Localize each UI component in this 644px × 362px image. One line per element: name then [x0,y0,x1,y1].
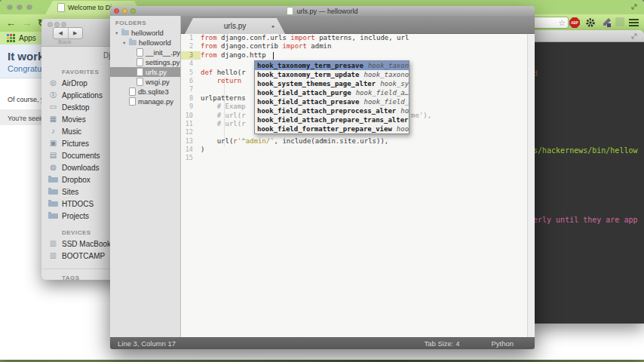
autocomplete-item[interactable]: hook_taxonomy_term_presave hook_taxon [255,61,409,70]
finder-item-label: BOOTCAMP [62,252,105,260]
autocomplete-main: hook_field_attach_presave [257,98,359,106]
file-tree-icon [136,68,143,76]
file-tree-item[interactable]: ▼ manage.py [110,97,180,106]
disclosure-triangle-icon[interactable]: ▼ [122,41,127,45]
apps-grid-icon[interactable] [7,34,15,42]
file-tree-item[interactable]: ▼ urls.py [110,67,180,77]
finder-item-label: Projects [62,212,89,220]
scrollbar-track[interactable] [527,34,535,337]
disclosure-triangle-icon[interactable]: ▼ [115,31,119,35]
desktop: Welcome to Django ← → ↻ ☆ ABP Apps It wo… [0,0,644,362]
line-number: 11 [181,120,201,128]
code-text: from django.http [201,51,266,60]
file-tree-label: wsgi.py [146,78,170,86]
autocomplete-main: hook_field_attach_purge [257,89,351,97]
finder-item-icon [48,140,58,147]
line-number: 5 [181,69,201,77]
code-line: 2 from django.contrib import admin [181,42,526,51]
finder-zoom-button[interactable] [61,22,66,27]
code-line: 15 [181,154,526,162]
autocomplete-item[interactable]: hook_field_attach_purge hook_field_a… [255,88,409,97]
editor-window: urls.py — helloworld FOLDERS ▼ helloworl… [110,6,535,349]
autocomplete-suffix: hook_sy [380,80,409,87]
finder-item-icon [48,103,58,111]
gear-extension-icon[interactable] [585,17,596,28]
browser-expand-icon[interactable] [630,3,638,11]
tab-size-indicator[interactable]: Tab Size: 4 [424,339,459,348]
forward-button[interactable]: → [22,17,32,29]
django-heading: It work [8,50,44,63]
autocomplete-main: hook_field_attach_preprocess_alter [257,107,396,115]
code-line: 3 from django.http [181,51,526,60]
line-number: 12 [181,128,201,137]
editor-titlebar[interactable]: urls.py — helloworld [110,6,535,17]
file-tree-item[interactable]: ▼ db.sqlite3 [110,87,180,97]
finder-forward-button[interactable]: ▶ [69,28,83,38]
eyedropper-extension-icon[interactable] [601,17,612,28]
finder-item-icon [48,91,58,99]
browser-close-button[interactable] [7,4,13,10]
autocomplete-item[interactable]: hook_system_themes_page_alter hook_sy [255,79,409,88]
file-tree-item[interactable]: ▼ wsgi.py [110,77,180,87]
finder-item-icon [48,213,58,219]
adblock-extension-icon[interactable]: ABP [569,17,580,28]
autocomplete-item[interactable]: hook_taxonomy_term_update hook_taxono [255,70,409,79]
finder-item-label: Sites [62,188,78,196]
bookmark-star-icon[interactable]: ☆ [558,19,566,27]
code-line: 14 ) [181,146,526,154]
finder-item-label: Music [62,127,81,136]
file-tree-item[interactable]: ▼ helloworld [110,28,180,38]
autocomplete-item[interactable]: hook_field_formatter_prepare_view hoo… [255,124,409,133]
file-tree-icon [129,40,136,45]
finder-item-icon [48,115,58,123]
editor-minimize-button[interactable] [122,8,127,14]
file-tree-item[interactable]: ▼ __init__.py [110,48,180,57]
syntax-indicator[interactable]: Python [491,339,514,348]
autocomplete-item[interactable]: hook_field_attach_preprocess_alter ho… [255,106,409,115]
file-tree-icon [121,30,129,35]
code-line: 1 from django.conf.urls import patterns,… [181,34,526,42]
finder-close-button[interactable] [48,22,53,27]
django-subheading: Congratu [8,64,41,73]
browser-minimize-button[interactable] [17,4,23,10]
line-number: 6 [181,77,201,85]
terminal-window: ds/hackernews/bin/hellowerly until they … [529,30,644,324]
file-tree: ▼ helloworld ▼ helloworld ▼ __init__.py [110,28,180,106]
autocomplete-item[interactable]: hook_field_attach_presave hook_field_… [255,97,409,106]
finder-item-label: Dropbox [62,176,90,184]
code-text-fragment: me'), [411,112,431,119]
finder-back-label: Back [58,38,72,45]
file-tree-item[interactable]: ▼ helloworld [110,38,180,48]
code-text: from django.conf.urls import patterns, i… [201,34,409,42]
finder-back-button[interactable]: ◀ [54,28,69,38]
back-button[interactable]: ← [6,17,16,29]
editor-tabbar: urls.py ● [181,16,535,34]
document-icon [287,7,293,15]
autocomplete-suffix: hook_taxono [363,71,409,78]
file-tree-item[interactable]: ▼ settings.py [110,57,180,67]
finder-item-icon [48,177,58,183]
disabled-extension-icon[interactable] [615,17,624,26]
line-number: 2 [181,42,201,51]
file-tree-label: helloworld [131,29,164,37]
editor-close-button[interactable] [114,8,119,14]
file-tree-icon [136,78,143,86]
apps-label[interactable]: Apps [19,34,36,42]
terminal-output: ds/hackernews/bin/hellowerly until they … [529,41,644,324]
terminal-expand-icon[interactable] [630,32,638,40]
code-text: url(r'^admin/', include(admin.site.urls)… [201,137,388,146]
tab-urls-py[interactable]: urls.py ● [185,18,285,34]
terminal-line: s/hackernews/bin/hellow [533,146,637,155]
browser-menu-icon[interactable] [629,19,639,26]
browser-zoom-button[interactable] [26,4,32,10]
finder-item-label: TAGS [62,275,80,281]
editor-zoom-button[interactable] [130,8,136,14]
autocomplete-item[interactable]: hook_field_attach_prepare_trans_alter [255,115,409,124]
autocomplete-suffix: hook_field_a… [356,89,409,97]
code-area[interactable]: 1 from django.conf.urls import patterns,… [181,34,535,337]
autocomplete-main: hook_system_themes_page_alter [257,80,376,87]
finder-minimize-button[interactable] [54,22,60,27]
terminal-titlebar[interactable] [529,30,644,42]
finder-item-label: Movies [62,115,86,124]
finder-item-label: Documents [62,152,100,160]
